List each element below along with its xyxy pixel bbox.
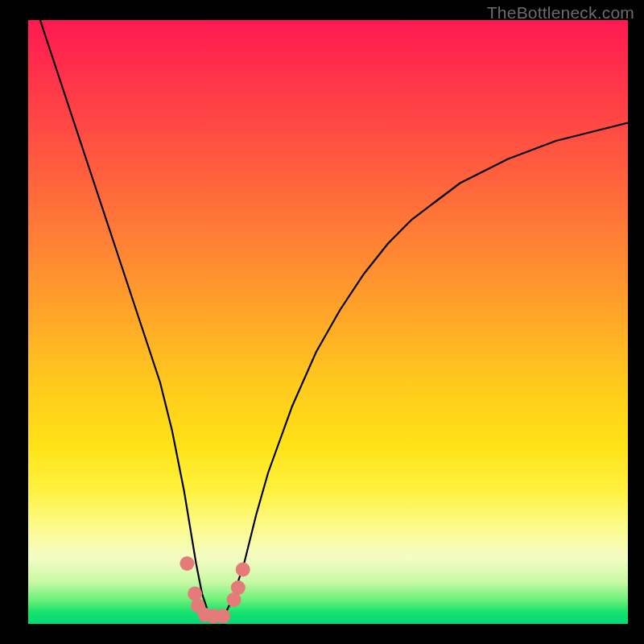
bottleneck-curve-svg — [28, 20, 628, 624]
curve-marker — [231, 580, 246, 595]
chart-frame: TheBottleneck.com — [0, 0, 644, 644]
bottleneck-curve — [40, 20, 628, 618]
watermark-text: TheBottleneck.com — [487, 3, 634, 23]
curve-marker — [180, 556, 194, 571]
curve-marker — [236, 563, 250, 577]
curve-marker — [216, 609, 230, 623]
curve-marker — [188, 587, 202, 601]
curve-markers — [180, 556, 250, 623]
plot-area — [28, 20, 628, 624]
